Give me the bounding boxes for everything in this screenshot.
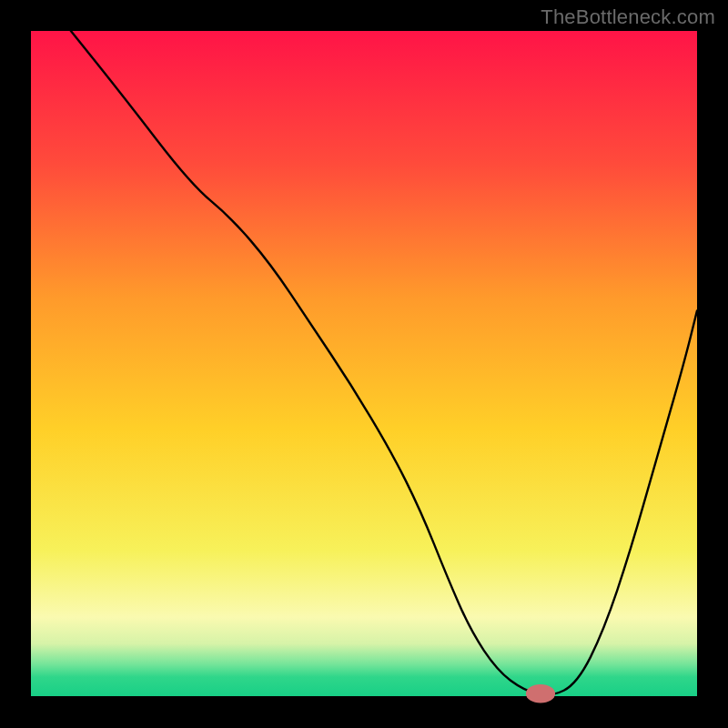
- plot-background: [31, 31, 697, 697]
- chart-frame: TheBottleneck.com: [0, 0, 728, 728]
- watermark-text: TheBottleneck.com: [541, 5, 715, 29]
- optimal-marker: [526, 684, 555, 703]
- bottleneck-chart: [0, 0, 728, 728]
